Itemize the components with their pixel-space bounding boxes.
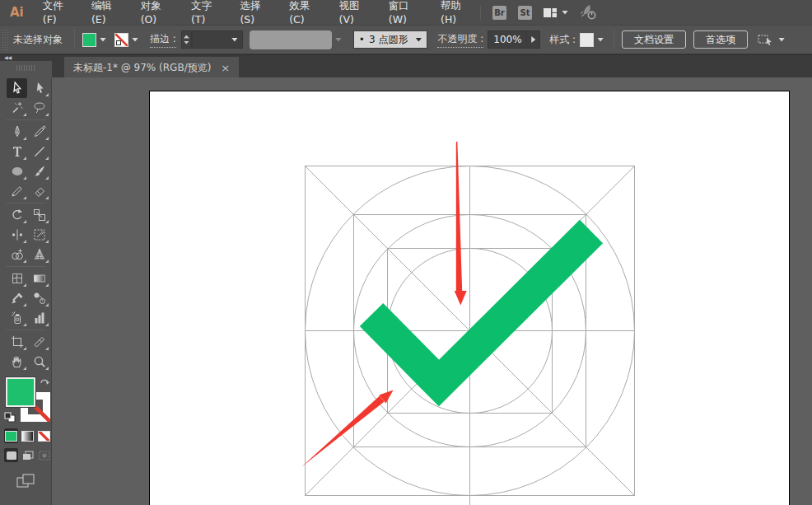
stock-button[interactable]: St [518,6,532,20]
artboard-tool[interactable] [7,332,27,352]
divider [74,30,75,49]
hand-icon [10,354,25,369]
magic-wand-icon [10,101,25,115]
selection-display-combo[interactable] [758,33,785,46]
illustrator-logo: Ai [0,5,32,20]
panel-collapse-button[interactable]: ◀◀ [4,54,12,61]
canvas-area[interactable] [52,77,812,505]
screen-mode-icon[interactable] [16,474,35,488]
blend-tool[interactable] [29,288,49,308]
gradient-icon [32,271,47,286]
free-transform-icon [32,227,47,242]
hand-tool[interactable] [7,352,27,372]
scale-tool[interactable] [29,205,49,225]
swap-fill-stroke-icon[interactable] [40,376,50,386]
tab-close-icon[interactable]: × [221,63,230,73]
bridge-button[interactable]: Br [492,6,506,20]
ellipse-tool[interactable] [7,161,27,181]
lasso-tool[interactable] [29,98,49,118]
menu-item-type[interactable]: 文字(T) [180,0,230,25]
stroke-panel-link[interactable]: 描边 : [150,32,176,48]
type-tool[interactable] [7,142,27,161]
menu-bar: Ai 文件(F)编辑(E)对象(O)文字(T)选择(S)效果(C)视图(V)窗口… [0,0,812,25]
menu-item-help[interactable]: 帮助(H) [430,0,480,25]
color-button[interactable] [4,428,18,443]
menu-item-file[interactable]: 文件(F) [32,0,81,25]
menu-item-edit[interactable]: 编辑(E) [81,0,130,25]
opacity-panel-link[interactable]: 不透明度 : [437,32,483,48]
default-fill-stroke-icon[interactable] [4,412,16,423]
magic-wand-tool[interactable] [7,98,27,118]
stroke-color-combo[interactable] [114,33,138,47]
paint-style-row [0,428,51,443]
stroke-weight-stepper[interactable] [181,30,192,49]
column-graph-tool[interactable] [29,308,49,328]
tool-separator [6,203,46,203]
gradient-tool[interactable] [29,269,49,288]
red-annotation-arrow-diagonal[interactable] [301,390,394,468]
selection-tool[interactable] [7,78,27,98]
tab-strip: ◀◀ 未标题-1* @ 97% (RGB/预览) × [0,54,812,77]
perspective-grid-tool[interactable] [29,245,49,264]
draw-inside-button[interactable] [37,448,51,462]
symbol-sprayer-tool[interactable] [7,308,27,328]
none-button[interactable] [37,428,51,443]
menu-item-effect[interactable]: 效果(C) [278,0,328,25]
draw-normal-button[interactable] [4,448,18,462]
free-transform-tool[interactable] [29,225,49,245]
stroke-indicator-icon [116,40,121,45]
direct-selection-icon [32,81,47,96]
rotate-tool[interactable] [7,205,27,225]
menu-item-object[interactable]: 对象(O) [130,0,180,25]
document-tab-title: 未标题-1* @ 97% (RGB/预览) [73,61,211,75]
gradient-button[interactable] [21,428,35,443]
column-graph-icon [32,311,47,325]
document-setup-button[interactable]: 文档设置 [622,30,686,49]
paintbrush-tool[interactable] [29,161,49,181]
eyedropper-icon [10,291,25,306]
direct-selection-tool[interactable] [29,78,49,98]
artboard-icon [10,334,25,349]
gpu-performance-icon[interactable] [580,4,598,21]
mesh-tool[interactable] [7,269,27,288]
paintbrush-icon [32,164,47,179]
preferences-button[interactable]: 首选项 [693,30,748,49]
fill-swatch-large[interactable] [6,377,35,407]
pen-icon [10,124,25,139]
document-tab[interactable]: 未标题-1* @ 97% (RGB/预览) × [64,57,239,78]
stroke-weight-combo[interactable] [192,30,243,49]
brush-definition-combo[interactable]: • 3 点圆形 [353,30,428,49]
slice-tool[interactable] [29,332,49,352]
symbol-sprayer-icon [10,311,25,325]
style-label: 样式 : [549,33,576,47]
line-segment-tool[interactable] [29,142,49,161]
pencil-tool[interactable] [7,181,27,201]
draw-behind-button[interactable] [21,448,35,462]
eyedropper-tool[interactable] [7,288,27,308]
curvature-tool[interactable] [29,122,49,142]
mesh-icon [10,271,25,286]
menu-item-window[interactable]: 窗口(W) [378,0,430,25]
opacity-input[interactable]: 100% [488,30,527,49]
green-checkmark[interactable] [371,231,591,383]
menu-item-select[interactable]: 选择(S) [229,0,278,25]
artboard[interactable] [150,91,789,505]
eraser-icon [32,184,47,199]
workspace-switcher[interactable] [544,8,568,17]
stepper-up-icon [184,35,189,39]
shape-builder-tool[interactable] [7,245,27,264]
style-combo[interactable] [580,33,604,47]
fill-color-combo[interactable] [82,33,106,47]
shape-builder-icon [10,247,25,262]
zoom-tool[interactable] [29,352,49,372]
opacity-expand-button[interactable] [527,30,540,49]
pen-tool[interactable] [7,122,27,142]
tools-panel-grip[interactable] [16,65,36,71]
menu-item-view[interactable]: 视图(V) [329,0,378,25]
chevron-down-icon [778,38,785,42]
eraser-tool[interactable] [29,181,49,201]
width-tool[interactable] [7,225,27,245]
controlbar-grip[interactable] [2,29,8,50]
width-icon [10,227,25,242]
workspace-layout-icon [544,8,557,17]
